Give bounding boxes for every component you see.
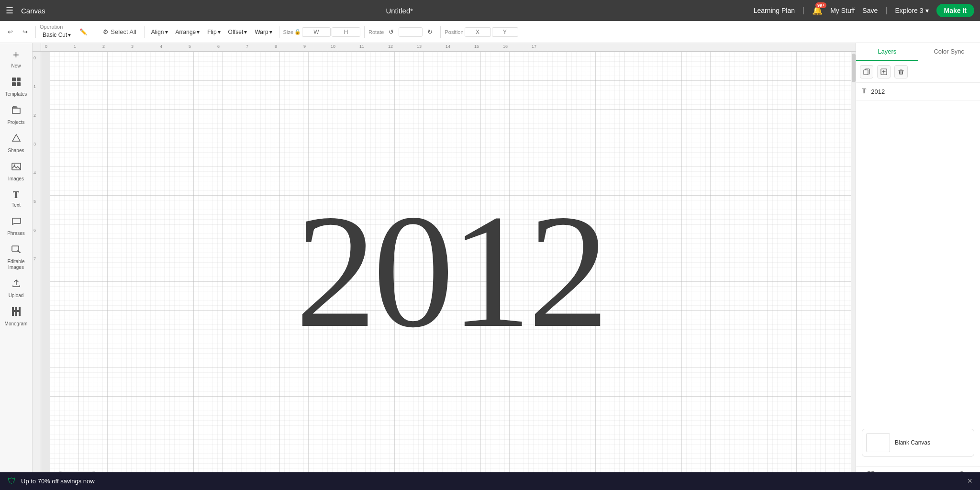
- chevron-down-icon: ▾: [68, 32, 71, 38]
- tab-layers[interactable]: Layers: [856, 43, 918, 61]
- vertical-scrollbar[interactable]: [851, 52, 856, 490]
- canvas-item-blank[interactable]: Blank Canvas: [862, 429, 974, 457]
- sidebar-item-editable-images[interactable]: Editable Images: [2, 240, 31, 274]
- main-layout: + New Templates Projects Shapes Images: [0, 43, 980, 490]
- text-icon: T: [13, 189, 19, 200]
- ruler-corner: [33, 43, 41, 52]
- canvas-items-section: Blank Canvas: [856, 423, 980, 466]
- learning-plan-link[interactable]: Learning Plan: [754, 7, 795, 14]
- promo-banner: 🛡 Up to 70% off savings now ×: [0, 472, 980, 490]
- notification-button[interactable]: 🔔 99+: [812, 5, 823, 16]
- canvas-content: 2012: [50, 52, 851, 490]
- svg-rect-11: [864, 70, 868, 75]
- sidebar-item-text[interactable]: T Text: [2, 186, 31, 212]
- ruler-horizontal: 0 1 2 3 4 5 6 7 8 9 10 11 12 13: [41, 43, 856, 52]
- layer-text-icon: T: [862, 88, 866, 95]
- explore-dropdown[interactable]: Explore 3 ▾: [895, 7, 928, 14]
- mystuff-link[interactable]: My Stuff: [830, 7, 855, 14]
- canvas-viewport-wrapper: 0 1 2 3 4 5 6 7 2012 − 100% +: [33, 52, 856, 490]
- canvas-text[interactable]: 2012: [295, 178, 605, 365]
- operation-dropdown[interactable]: Basic Cut ▾: [40, 30, 74, 40]
- toolbar: ↩ ↪ Operation Basic Cut ▾ ✏️ ⚙ Select Al…: [0, 21, 980, 43]
- layers-add-button[interactable]: [877, 65, 891, 78]
- makeit-button[interactable]: Make It: [936, 4, 974, 17]
- width-input[interactable]: [302, 27, 331, 37]
- menu-icon[interactable]: ☰: [6, 5, 13, 16]
- right-panel: Layers Color Sync T 2012 Blank Canv: [856, 43, 980, 490]
- layers-delete-button[interactable]: [894, 65, 908, 78]
- rotate-input[interactable]: [399, 27, 423, 37]
- left-sidebar: + New Templates Projects Shapes Images: [0, 43, 33, 490]
- document-title[interactable]: Untitled*: [53, 7, 746, 15]
- operation-label: Operation: [40, 24, 74, 30]
- chevron-down-icon: ▾: [925, 7, 929, 14]
- header: ☰ Canvas Untitled* Learning Plan | 🔔 99+…: [0, 0, 980, 21]
- chevron-down-icon: ▾: [218, 29, 221, 35]
- layer-item-2012[interactable]: T 2012: [856, 83, 980, 100]
- canvas-label: Canvas: [21, 7, 45, 15]
- tab-color-sync[interactable]: Color Sync: [918, 43, 980, 61]
- save-link[interactable]: Save: [862, 7, 878, 14]
- promo-icon: 🛡: [8, 476, 16, 486]
- notification-badge: 99+: [815, 2, 826, 8]
- images-icon: [11, 161, 22, 174]
- svg-rect-0: [12, 78, 16, 81]
- right-panel-tabs: Layers Color Sync: [856, 43, 980, 61]
- chevron-down-icon: ▾: [165, 29, 168, 35]
- svg-rect-10: [12, 310, 21, 312]
- promo-close-button[interactable]: ×: [967, 476, 972, 486]
- y-position-input[interactable]: [492, 27, 518, 37]
- pen-icon: ✏️: [79, 28, 87, 35]
- upload-icon: [11, 278, 22, 291]
- ruler-vertical: 0 1 2 3 4 5 6 7: [33, 52, 41, 490]
- layers-copy-button[interactable]: [860, 65, 873, 78]
- arrange-dropdown[interactable]: Arrange ▾: [173, 27, 203, 37]
- basic-cut-label: Basic Cut: [43, 32, 67, 38]
- chevron-down-icon: ▾: [269, 29, 272, 35]
- chevron-down-icon: ▾: [197, 29, 200, 35]
- lock-icon: 🔒: [294, 29, 301, 35]
- undo-icon: ↩: [8, 28, 13, 35]
- canvas-item-name: Blank Canvas: [895, 439, 930, 446]
- phrases-icon: [11, 216, 22, 229]
- svg-rect-1: [17, 78, 21, 81]
- sidebar-item-images[interactable]: Images: [2, 157, 31, 186]
- flip-dropdown[interactable]: Flip ▾: [204, 27, 223, 37]
- select-all-button[interactable]: ⚙ Select All: [99, 26, 140, 37]
- svg-rect-2: [12, 82, 16, 86]
- redo-button[interactable]: ↪: [19, 26, 32, 37]
- sidebar-item-monogram[interactable]: Monogram: [2, 302, 31, 331]
- select-all-icon: ⚙: [103, 28, 109, 35]
- rotate-cw-button[interactable]: ↻: [423, 26, 436, 37]
- plus-icon: +: [13, 49, 19, 61]
- promo-text: Up to 70% off savings now: [21, 478, 962, 485]
- chevron-down-icon: ▾: [244, 29, 247, 35]
- layer-name: 2012: [871, 88, 885, 95]
- sidebar-item-templates[interactable]: Templates: [2, 73, 31, 101]
- offset-dropdown[interactable]: Offset ▾: [225, 27, 250, 37]
- header-right: Learning Plan | 🔔 99+ My Stuff Save | Ex…: [754, 4, 974, 17]
- rotate-ccw-button[interactable]: ↺: [385, 26, 398, 37]
- svg-rect-3: [17, 82, 21, 86]
- sidebar-item-upload[interactable]: Upload: [2, 274, 31, 302]
- editable-images-icon: [11, 244, 22, 257]
- edit-pen-button[interactable]: ✏️: [76, 26, 91, 37]
- svg-rect-4: [12, 163, 21, 170]
- undo-button[interactable]: ↩: [4, 26, 17, 37]
- projects-icon: [11, 105, 22, 118]
- warp-dropdown[interactable]: Warp ▾: [252, 27, 275, 37]
- shapes-icon: [11, 133, 22, 146]
- canvas-area: 0 1 2 3 4 5 6 7 8 9 10 11 12 13: [33, 43, 856, 490]
- sidebar-item-new[interactable]: + New: [2, 45, 31, 73]
- templates-icon: [11, 77, 22, 89]
- align-dropdown[interactable]: Align ▾: [148, 27, 171, 37]
- height-input[interactable]: [332, 27, 360, 37]
- sidebar-item-phrases[interactable]: Phrases: [2, 212, 31, 240]
- sidebar-item-projects[interactable]: Projects: [2, 101, 31, 129]
- x-position-input[interactable]: [465, 27, 491, 37]
- sidebar-item-shapes[interactable]: Shapes: [2, 129, 31, 157]
- redo-icon: ↪: [22, 28, 28, 35]
- canvas-thumb: [866, 433, 890, 452]
- select-all-group: ⚙ Select All: [99, 26, 140, 37]
- canvas[interactable]: 2012 − 100% +: [41, 52, 851, 490]
